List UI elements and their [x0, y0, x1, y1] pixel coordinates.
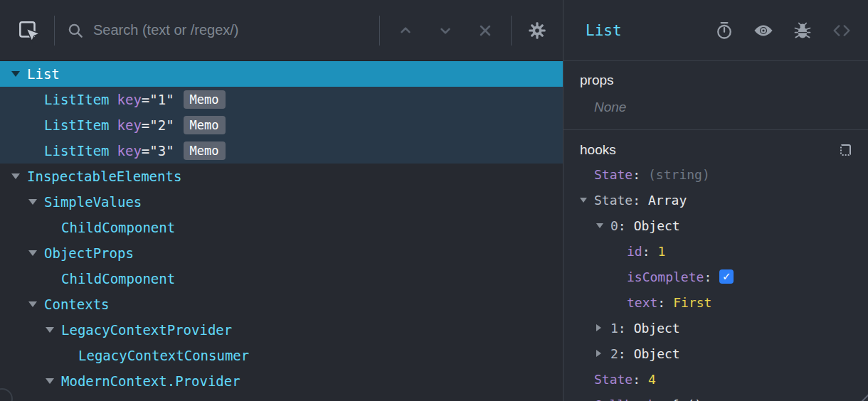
- search-box: [66, 21, 368, 40]
- gear-icon: [526, 20, 548, 41]
- hook-value: f (): [672, 397, 702, 401]
- chevron-up-icon: [396, 21, 415, 40]
- settings-button[interactable]: [523, 16, 551, 45]
- key-attribute-value: ="2": [142, 117, 174, 133]
- chevron-down-icon: [436, 21, 455, 40]
- view-source-button[interactable]: [831, 20, 852, 41]
- component-name: ListItem: [44, 92, 110, 107]
- hook-colon: :: [618, 346, 626, 361]
- hook-colon: :: [633, 167, 640, 182]
- hook-value: 4: [648, 372, 656, 387]
- inspect-element-button[interactable]: [14, 16, 43, 45]
- component-tree-panel: ListListItemkey="1"MemoListItemkey="2"Me…: [0, 0, 563, 401]
- hook-row-iscomplete[interactable]: isComplete:✓: [563, 264, 868, 289]
- hook-name: State: [594, 193, 633, 208]
- tree-row-listitem[interactable]: ListItemkey="1"Memo: [0, 87, 563, 112]
- suspend-toggle-button[interactable]: [714, 20, 735, 41]
- tree-row-legacycontextprovider[interactable]: LegacyContextProvider: [0, 317, 563, 343]
- log-component-button[interactable]: [792, 20, 813, 41]
- hook-row-id[interactable]: id:1: [563, 238, 868, 264]
- key-attribute: key="2": [117, 117, 174, 133]
- detail-header: List: [563, 0, 868, 61]
- hook-value: 1: [658, 244, 666, 259]
- stopwatch-icon: [714, 21, 734, 41]
- tree-row-inspectableelements[interactable]: InspectableElements: [0, 164, 563, 189]
- hook-name: 0: [610, 218, 618, 233]
- tree-row-moderncontext-consumer[interactable]: ModernContext.Consumer: [0, 394, 563, 401]
- hook-value: Object: [634, 321, 680, 336]
- component-name: List: [27, 66, 60, 82]
- expander-down-icon[interactable]: [596, 223, 610, 228]
- props-label: props: [580, 73, 852, 88]
- memo-badge: Memo: [184, 90, 226, 109]
- tree-row-listitem[interactable]: ListItemkey="2"Memo: [0, 112, 563, 138]
- component-name: ChildComponent: [61, 220, 175, 235]
- expander-down-icon[interactable]: [11, 71, 27, 77]
- tree-row-simplevalues[interactable]: SimpleValues: [0, 189, 563, 215]
- component-name: ListItem: [44, 143, 110, 159]
- memo-badge: Memo: [184, 116, 226, 134]
- memo-badge: Memo: [184, 141, 226, 160]
- component-name: ModernContext.Provider: [61, 373, 240, 389]
- component-name: LegacyContextProvider: [61, 322, 232, 338]
- props-section: props None: [563, 61, 868, 130]
- expander-right-icon[interactable]: [596, 350, 610, 357]
- expander-down-icon[interactable]: [28, 250, 44, 256]
- key-attribute-value: ="1": [142, 92, 174, 107]
- hook-colon: :: [657, 295, 665, 310]
- tree-row-legacycontextconsumer[interactable]: LegacyContextConsumer: [0, 343, 563, 368]
- expander-down-icon[interactable]: [46, 327, 61, 333]
- component-name: SimpleValues: [44, 194, 142, 210]
- expander-down-icon[interactable]: [46, 378, 61, 384]
- expander-right-icon[interactable]: [596, 324, 610, 331]
- tree-row-moderncontext-provider[interactable]: ModernContext.Provider: [0, 368, 563, 394]
- tree-row-contexts[interactable]: Contexts: [0, 292, 563, 317]
- tree-row-objectprops[interactable]: ObjectProps: [0, 240, 563, 266]
- hook-row-callback[interactable]: Callback:f (): [563, 392, 868, 401]
- expander-down-icon[interactable]: [11, 173, 27, 179]
- key-attribute-name: key: [117, 117, 142, 133]
- expander-down-icon[interactable]: [28, 301, 44, 307]
- component-name: ObjectProps: [44, 245, 134, 261]
- tree-row-childcomponent[interactable]: ChildComponent: [0, 266, 563, 292]
- hook-name: isComplete: [627, 269, 704, 284]
- tree-row-list[interactable]: List: [0, 61, 563, 87]
- toolbar-divider: [54, 16, 55, 46]
- component-name: InspectableElements: [27, 169, 181, 184]
- hook-row-2[interactable]: 2:Object: [563, 341, 868, 366]
- iscomplete-checkbox[interactable]: ✓: [719, 269, 734, 284]
- clear-search-button[interactable]: [471, 16, 499, 45]
- hook-row-state[interactable]: State:Array: [563, 187, 868, 213]
- hooks-label: hooks: [580, 142, 616, 158]
- tree-row-listitem[interactable]: ListItemkey="3"Memo: [0, 138, 563, 164]
- hook-name: 1: [610, 321, 618, 336]
- hook-colon: :: [633, 372, 640, 387]
- hook-row-state[interactable]: State:(string): [563, 161, 868, 187]
- toolbar-divider: [511, 16, 512, 46]
- selected-component-title: List: [586, 22, 714, 39]
- hook-row-1[interactable]: 1:Object: [563, 315, 868, 341]
- component-name: ListItem: [44, 117, 110, 133]
- hook-colon: :: [704, 269, 711, 284]
- hook-colon: :: [642, 244, 650, 259]
- key-attribute: key="1": [117, 92, 174, 107]
- hook-row-text[interactable]: text:First: [563, 289, 868, 315]
- inspect-dom-button[interactable]: [753, 20, 774, 41]
- hooks-section: hooks State:(string)State:Array0:Objecti…: [563, 130, 868, 401]
- key-attribute: key="3": [117, 143, 174, 159]
- component-name: ChildComponent: [61, 271, 175, 287]
- hook-name: text: [627, 295, 657, 310]
- props-empty-value: None: [594, 100, 852, 115]
- react-devtools-components-panel: ListListItemkey="1"MemoListItemkey="2"Me…: [0, 0, 868, 401]
- search-input[interactable]: [92, 21, 368, 39]
- hook-row-0[interactable]: 0:Object: [563, 213, 868, 238]
- key-attribute-name: key: [117, 143, 142, 159]
- next-result-button[interactable]: [431, 16, 460, 45]
- detail-header-actions: [714, 20, 852, 41]
- expander-down-icon[interactable]: [28, 199, 44, 205]
- hook-row-state[interactable]: State:4: [563, 366, 868, 392]
- load-hook-names-icon[interactable]: [840, 144, 851, 156]
- expander-down-icon[interactable]: [580, 198, 594, 203]
- previous-result-button[interactable]: [391, 16, 420, 45]
- tree-row-childcomponent[interactable]: ChildComponent: [0, 215, 563, 240]
